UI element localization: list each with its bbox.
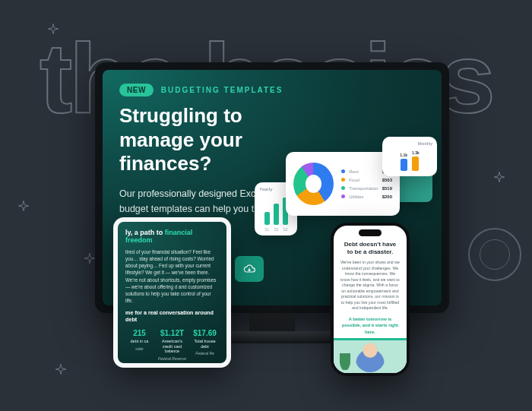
stat-source: Federal Re: [191, 351, 219, 356]
download-button[interactable]: [235, 256, 264, 282]
stat-source: sider: [125, 346, 154, 351]
stat-label: Total house debt: [191, 339, 219, 349]
legend-dot: [341, 194, 345, 198]
stat-column: $1.12TAmerican's credit card balanceFede…: [158, 329, 186, 361]
chart-title: Monthly: [387, 141, 432, 146]
stat-label: American's credit card balance: [158, 339, 186, 354]
month-col: 1.3k: [412, 150, 420, 171]
stat-label: debt in ca: [125, 339, 154, 344]
donut-legend-row: Food$503: [341, 178, 392, 182]
phone-mockup: Debt doesn't have to be a disaster. We'v…: [331, 223, 410, 376]
month-value: 1.3k: [412, 150, 420, 155]
legend-label: Rent: [349, 169, 378, 174]
year-tick: '21: [264, 227, 270, 232]
legend-value: $503: [382, 178, 392, 182]
phone-screen: Debt doesn't have to be a disaster. We'v…: [334, 226, 407, 373]
phone-closing-line: A better tomorrow is possible, and it st…: [340, 316, 400, 335]
stat-value: $1.12T: [158, 329, 186, 337]
phone-heading: Debt doesn't have to be a disaster.: [340, 241, 400, 256]
month-value: 1.1k: [400, 153, 407, 157]
badge-category-label: BUDGETING TEMPLATES: [161, 86, 283, 94]
legend-label: Utilities: [349, 194, 378, 199]
year-tick: '22: [274, 227, 279, 232]
year-bar: [274, 204, 279, 226]
stat-column: $17.69Total house debtFederal Re: [191, 329, 219, 361]
legend-value: $200: [382, 194, 392, 199]
legend-dot: [341, 178, 345, 182]
stat-column: 215debt in casider: [125, 329, 154, 361]
legend-label: Transportation: [349, 186, 378, 191]
tablet-heading: ly, a path to financial freedom: [125, 229, 219, 244]
sparkle-icon: [17, 200, 30, 212]
dynamic-island: [359, 229, 382, 236]
month-col: 1.1k: [400, 153, 407, 171]
hero-mockup-scene: the basics NEW BUDGETING TEMPLATES Strug…: [0, 0, 532, 411]
month-bar: [412, 156, 419, 171]
donut-legend-row: Utilities$200: [341, 194, 392, 199]
orbit-decoration: [468, 228, 521, 281]
monthly-bar-chart-card: Monthly 1.1k1.3k: [382, 137, 437, 176]
sparkle-icon: [55, 363, 67, 375]
year-tick: '23: [283, 227, 288, 232]
stat-value: $17.69: [191, 329, 219, 337]
sparkle-icon: [84, 252, 96, 264]
sparkle-icon: [493, 171, 505, 183]
stat-source: Federal Reserve: [158, 356, 186, 361]
year-bar: [264, 212, 270, 225]
donut-chart: [293, 163, 334, 205]
smiling-person-photo: [355, 342, 385, 372]
plant-illustration: [340, 353, 350, 370]
month-bar: [401, 159, 407, 171]
legend-dot: [341, 169, 345, 173]
new-pill-badge: NEW: [119, 84, 154, 96]
legend-dot: [341, 186, 345, 190]
legend-value: $519: [382, 186, 392, 191]
tablet-body-text: tired of your financial situation? Feel …: [125, 248, 219, 304]
tablet-mockup: ly, a path to financial freedom tired of…: [113, 217, 231, 368]
hero-title: Struggling to manage your finances?: [103, 96, 293, 176]
legend-label: Food: [349, 178, 378, 182]
tablet-lead-text: me for a real conversation around debt: [125, 309, 219, 323]
tablet-screen: ly, a path to financial freedom tired of…: [118, 222, 226, 363]
phone-hero-image: [334, 338, 407, 373]
stat-value: 215: [125, 329, 154, 337]
donut-legend-row: Transportation$519: [341, 186, 392, 191]
cloud-download-icon: [243, 263, 255, 275]
phone-body-text: We've been in your shoes and we understa…: [340, 260, 400, 311]
sparkle-icon: [47, 23, 59, 35]
